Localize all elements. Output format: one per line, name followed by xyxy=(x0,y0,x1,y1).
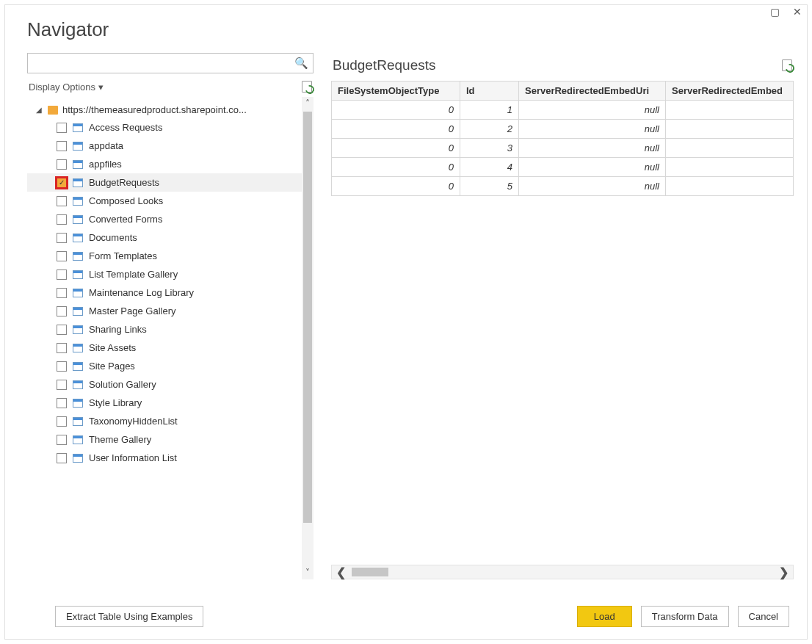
tree-item-label: Form Templates xyxy=(89,250,157,261)
tree-item-checkbox[interactable] xyxy=(57,159,67,170)
col-header[interactable]: ServerRedirectedEmbedUri xyxy=(519,82,666,101)
table-icon xyxy=(73,215,83,224)
col-header[interactable]: FileSystemObjectType xyxy=(332,82,460,101)
tree-item-checkbox[interactable] xyxy=(57,269,67,280)
tree-item[interactable]: Solution Gallery xyxy=(27,375,302,394)
tree-item[interactable]: Sharing Links xyxy=(27,320,302,339)
tree-item[interactable]: Master Page Gallery xyxy=(27,302,302,320)
tree-item-checkbox[interactable] xyxy=(57,361,67,372)
tree-item-checkbox[interactable] xyxy=(57,453,67,463)
table-row[interactable]: 02null xyxy=(332,120,794,139)
tree-item-checkbox[interactable] xyxy=(57,233,67,243)
tree-root: ◢ https://themeasuredproduct.sharepoint.… xyxy=(27,97,302,467)
table-row[interactable]: 04null xyxy=(332,158,794,177)
h-scroll-track[interactable] xyxy=(352,568,773,576)
table-icon xyxy=(73,142,83,151)
transform-data-button[interactable]: Transform Data xyxy=(641,606,729,627)
tree-item-checkbox[interactable] xyxy=(57,123,67,133)
preview-table: FileSystemObjectType Id ServerRedirected… xyxy=(331,81,794,196)
tree-item-checkbox[interactable] xyxy=(57,251,67,261)
col-header[interactable]: ServerRedirectedEmbed xyxy=(666,82,794,101)
tree-item[interactable]: Converted Forms xyxy=(27,210,302,228)
table-icon xyxy=(73,123,83,132)
content-area: 🔍 Display Options ▾ ◢ https://themeasure… xyxy=(5,47,807,585)
tree-item-checkbox[interactable] xyxy=(57,343,67,353)
table-icon xyxy=(73,160,83,169)
tree-item[interactable]: List Template Gallery xyxy=(27,265,302,283)
left-pane: 🔍 Display Options ▾ ◢ https://themeasure… xyxy=(27,53,313,579)
scroll-track[interactable] xyxy=(302,110,313,566)
tree-item[interactable]: appdata xyxy=(27,137,302,155)
tree-item[interactable]: Site Assets xyxy=(27,339,302,357)
tree-item[interactable]: User Information List xyxy=(27,449,302,467)
tree-item[interactable]: Access Requests xyxy=(27,118,302,137)
table-cell: 1 xyxy=(460,101,519,120)
cancel-button[interactable]: Cancel xyxy=(738,606,789,627)
tree-item-label: Documents xyxy=(89,232,137,243)
table-row[interactable]: 03null xyxy=(332,139,794,158)
scroll-thumb[interactable] xyxy=(303,112,312,523)
display-options-dropdown[interactable]: Display Options ▾ xyxy=(29,82,104,93)
tree-item-checkbox[interactable] xyxy=(57,306,67,316)
tree-item[interactable]: Site Pages xyxy=(27,357,302,375)
tree-item-checkbox[interactable] xyxy=(57,214,67,225)
search-icon[interactable]: 🔍 xyxy=(294,57,308,70)
tree-root-folder[interactable]: ◢ https://themeasuredproduct.sharepoint.… xyxy=(27,101,302,118)
table-cell: 0 xyxy=(332,101,460,120)
scroll-down-icon[interactable]: ˅ xyxy=(302,566,313,579)
scroll-right-icon[interactable]: ❯ xyxy=(779,565,789,579)
table-cell: 0 xyxy=(332,177,460,196)
tree-item-label: Style Library xyxy=(89,397,142,408)
tree-item[interactable]: Documents xyxy=(27,228,302,247)
page-title: Navigator xyxy=(5,5,807,47)
tree-item-label: Sharing Links xyxy=(89,324,147,335)
search-input[interactable] xyxy=(34,58,294,69)
tree-item[interactable]: TaxonomyHiddenList xyxy=(27,412,302,430)
tree-item-checkbox[interactable] xyxy=(57,141,67,151)
tree-item-checkbox[interactable] xyxy=(57,416,67,427)
table-icon xyxy=(73,399,83,408)
table-icon xyxy=(73,380,83,389)
tree-item-checkbox[interactable] xyxy=(57,325,67,335)
tree-item-checkbox[interactable] xyxy=(57,196,67,206)
search-box[interactable]: 🔍 xyxy=(27,53,313,73)
col-header[interactable]: Id xyxy=(460,82,519,101)
table-row[interactable]: 05null xyxy=(332,177,794,196)
chevron-down-icon: ▾ xyxy=(98,82,104,93)
tree-item[interactable]: Maintenance Log Library xyxy=(27,283,302,302)
load-button[interactable]: Load xyxy=(577,606,632,627)
tree-item[interactable]: Style Library xyxy=(27,394,302,412)
refresh-list-icon[interactable] xyxy=(302,81,312,93)
tree-item[interactable]: Form Templates xyxy=(27,247,302,265)
tree-item-checkbox[interactable] xyxy=(57,380,67,390)
h-scroll-thumb[interactable] xyxy=(352,568,388,576)
scroll-left-icon[interactable]: ❮ xyxy=(336,565,346,579)
tree-item[interactable]: BudgetRequests xyxy=(27,173,302,192)
preview-title: BudgetRequests xyxy=(333,57,436,73)
table-cell: null xyxy=(519,101,666,120)
table-cell xyxy=(666,120,794,139)
tree-wrap: ◢ https://themeasuredproduct.sharepoint.… xyxy=(27,97,313,579)
horizontal-scrollbar[interactable]: ❮ ❯ xyxy=(331,565,794,579)
refresh-preview-icon[interactable] xyxy=(782,59,792,71)
tree-root-label: https://themeasuredproduct.sharepoint.co… xyxy=(62,104,247,115)
table-icon xyxy=(73,344,83,352)
tree-item-checkbox[interactable] xyxy=(57,178,67,188)
tree-item-checkbox[interactable] xyxy=(57,398,67,408)
tree-item-checkbox[interactable] xyxy=(57,288,67,298)
table-cell: null xyxy=(519,120,666,139)
tree-item-label: appfiles xyxy=(89,159,122,170)
tree-item[interactable]: Composed Looks xyxy=(27,192,302,210)
tree-scroll: ◢ https://themeasuredproduct.sharepoint.… xyxy=(27,97,302,579)
tree-item-checkbox[interactable] xyxy=(57,435,67,445)
extract-table-button[interactable]: Extract Table Using Examples xyxy=(55,606,203,627)
collapse-caret-icon[interactable]: ◢ xyxy=(36,106,43,114)
table-row[interactable]: 01null xyxy=(332,101,794,120)
tree-item[interactable]: appfiles xyxy=(27,155,302,173)
scroll-up-icon[interactable]: ˄ xyxy=(302,97,313,110)
footer: Extract Table Using Examples Load Transf… xyxy=(5,593,807,639)
table-cell: 4 xyxy=(460,158,519,177)
tree-item[interactable]: Theme Gallery xyxy=(27,430,302,449)
vertical-scrollbar[interactable]: ˄ ˅ xyxy=(302,97,313,579)
table-cell: null xyxy=(519,158,666,177)
